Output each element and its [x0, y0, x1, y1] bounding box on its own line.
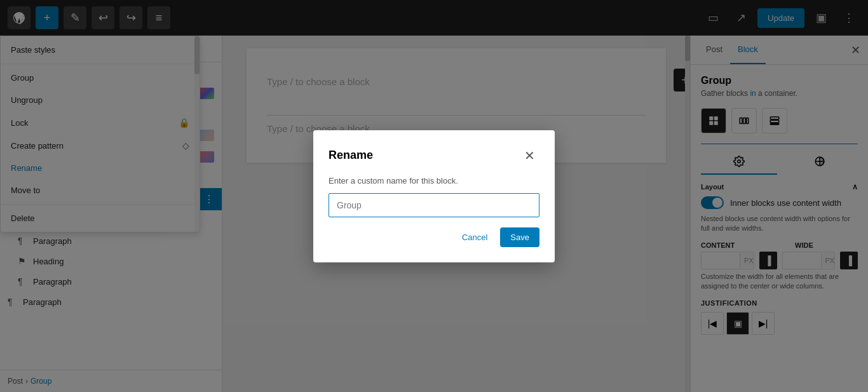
rename-modal: Rename ✕ Enter a custom name for this bl… [313, 130, 555, 262]
cancel-button[interactable]: Cancel [454, 227, 495, 247]
modal-overlay[interactable]: Rename ✕ Enter a custom name for this bl… [0, 0, 868, 392]
modal-description: Enter a custom name for this block. [329, 176, 539, 186]
modal-close-button[interactable]: ✕ [519, 145, 539, 166]
modal-footer: Cancel Save [329, 227, 539, 247]
save-button[interactable]: Save [500, 227, 539, 247]
modal-title: Rename [329, 149, 373, 162]
rename-input[interactable] [329, 193, 539, 217]
modal-header: Rename ✕ [329, 145, 539, 166]
